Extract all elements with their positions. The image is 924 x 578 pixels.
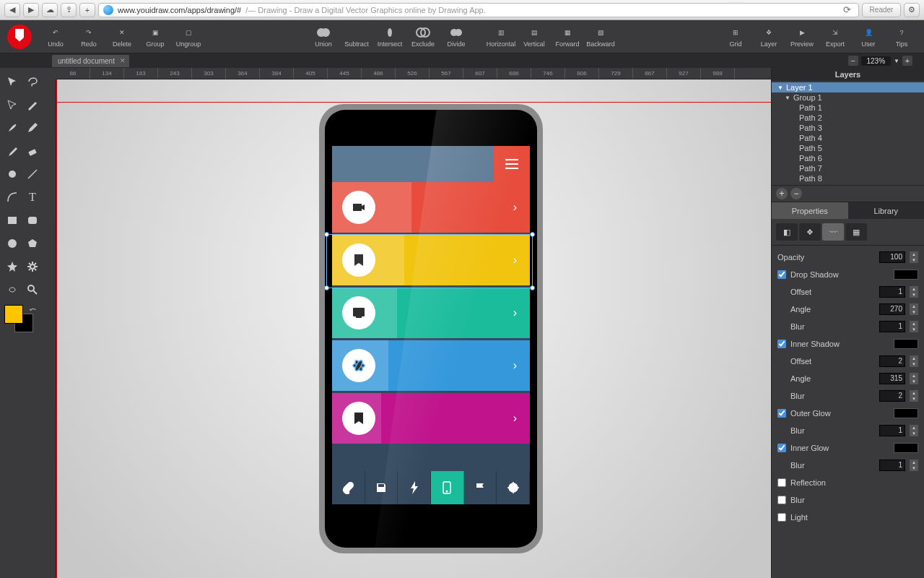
layer-item[interactable]: ▼Group 1 xyxy=(772,92,924,103)
settings-button[interactable]: ⚙ xyxy=(904,3,920,17)
grid-button[interactable]: ⊞Grid xyxy=(720,21,751,53)
tab-properties[interactable]: Properties xyxy=(772,202,848,219)
intersect-button[interactable]: Intersect xyxy=(375,21,405,53)
add-layer-button[interactable]: + xyxy=(776,188,788,199)
layer-item[interactable]: Path 6 xyxy=(772,153,924,163)
eyedropper-tool[interactable] xyxy=(3,140,22,162)
blur-checkbox[interactable] xyxy=(777,496,786,504)
rectangle-tool[interactable] xyxy=(3,210,22,231)
layer-item[interactable]: ▼Layer 1 xyxy=(772,82,924,92)
align-vertical-button[interactable]: ▤Vertical xyxy=(519,21,549,53)
layers-tab-icon[interactable]: ❖ xyxy=(799,223,821,241)
swap-colors-icon[interactable]: ⤺ xyxy=(30,305,36,314)
drop-shadow-checkbox[interactable] xyxy=(777,270,786,279)
drop-shadow-color[interactable] xyxy=(894,269,918,280)
inner-glow-color[interactable] xyxy=(894,443,918,453)
layer-item[interactable]: Path 2 xyxy=(772,113,924,123)
reflection-checkbox[interactable] xyxy=(777,478,786,487)
back-button[interactable]: ◀ xyxy=(4,3,20,17)
zoom-in-button[interactable]: + xyxy=(902,56,912,66)
zoom-dropdown-icon[interactable]: ▼ xyxy=(894,58,899,64)
brush-tool[interactable] xyxy=(3,117,22,139)
text-tool[interactable]: T xyxy=(23,186,42,208)
redo-button[interactable]: ↷Redo xyxy=(74,21,104,53)
layer-tree[interactable]: ▼Layer 1 ▼Group 1 Path 1Path 2Path 3Path… xyxy=(772,81,924,185)
light-checkbox[interactable] xyxy=(777,513,786,522)
layer-item[interactable]: Path 5 xyxy=(772,143,924,153)
share-button[interactable]: ⇪ xyxy=(61,3,77,17)
curve-tool[interactable] xyxy=(3,186,22,208)
user-button[interactable]: 👤User xyxy=(853,21,884,53)
layer-button[interactable]: ❖Layer xyxy=(754,21,784,53)
inner-shadow-color[interactable] xyxy=(894,339,918,349)
layer-item[interactable]: Path 3 xyxy=(772,123,924,133)
opacity-input[interactable]: 100 xyxy=(879,251,905,263)
divide-button[interactable]: Divide xyxy=(441,21,471,53)
star-tool[interactable] xyxy=(3,256,22,277)
rounded-rect-tool[interactable] xyxy=(23,210,42,231)
info-tab-icon[interactable]: ▦ xyxy=(845,223,867,241)
tab-library[interactable]: Library xyxy=(848,202,925,219)
line-tool[interactable] xyxy=(23,163,42,185)
union-button[interactable]: Union xyxy=(308,21,339,53)
outer-glow-checkbox[interactable] xyxy=(777,409,786,418)
fill-swatch[interactable] xyxy=(4,305,23,324)
layer-item[interactable]: Path 4 xyxy=(772,133,924,143)
layer-item[interactable]: Path 7 xyxy=(772,163,924,173)
blob-tool[interactable] xyxy=(3,279,22,301)
is-offset-input[interactable]: 2 xyxy=(879,355,905,367)
og-blur-input[interactable]: 1 xyxy=(879,425,905,436)
ig-blur-input[interactable]: 1 xyxy=(879,460,905,471)
fill-tool[interactable] xyxy=(3,163,22,185)
ungroup-button[interactable]: ▢Ungroup xyxy=(173,21,204,53)
polygon-tool[interactable] xyxy=(23,233,42,254)
direct-select-tool[interactable] xyxy=(3,94,22,116)
zoom-tool[interactable] xyxy=(23,279,42,301)
delete-button[interactable]: ✕Delete xyxy=(107,21,137,53)
tips-button[interactable]: ?Tips xyxy=(886,21,917,53)
reader-button[interactable]: Reader xyxy=(862,3,901,17)
url-field[interactable]: www.youidraw.com/apps/drawing/# /— Drawi… xyxy=(98,3,859,17)
layer-item[interactable]: Path 8 xyxy=(772,173,924,184)
app-logo[interactable] xyxy=(7,25,32,49)
close-tab-icon[interactable]: ✕ xyxy=(120,57,126,64)
spinner-buttons[interactable]: ▲▼ xyxy=(910,251,918,263)
ds-offset-input[interactable]: 1 xyxy=(879,286,905,298)
is-blur-input[interactable]: 2 xyxy=(879,390,905,402)
export-button[interactable]: ⇲Export xyxy=(820,21,850,53)
forward-button[interactable]: ▦Forward xyxy=(552,21,583,53)
exclude-button[interactable]: Exclude xyxy=(408,21,438,53)
canvas[interactable]: 8613418324330336438440544548652656760768… xyxy=(45,68,771,578)
pencil-tool[interactable] xyxy=(23,117,42,139)
reload-icon[interactable]: ⟳ xyxy=(840,4,854,15)
pen-tool[interactable] xyxy=(23,94,42,116)
forward-button[interactable]: ▶ xyxy=(23,3,39,17)
inner-shadow-checkbox[interactable] xyxy=(777,340,786,348)
eraser-tool[interactable] xyxy=(23,140,42,162)
layer-item[interactable]: Path 1 xyxy=(772,103,924,113)
ds-blur-input[interactable]: 1 xyxy=(879,321,905,332)
inner-glow-checkbox[interactable] xyxy=(777,444,786,452)
lasso-tool[interactable] xyxy=(23,71,42,92)
document-tab[interactable]: untitled document✕ xyxy=(52,55,129,67)
ellipse-tool[interactable] xyxy=(3,233,22,254)
fill-tab-icon[interactable]: ◧ xyxy=(776,223,798,241)
preview-button[interactable]: ▶Preview xyxy=(787,21,817,53)
zoom-value[interactable]: 123% xyxy=(861,56,892,66)
zoom-out-button[interactable]: − xyxy=(848,56,858,66)
ds-angle-input[interactable]: 270 xyxy=(879,303,905,315)
is-angle-input[interactable]: 315 xyxy=(879,373,905,384)
icloud-button[interactable]: ☁ xyxy=(42,3,58,17)
undo-button[interactable]: ↶Undo xyxy=(40,21,71,53)
outer-glow-color[interactable] xyxy=(894,408,918,418)
select-tool[interactable] xyxy=(3,71,22,92)
add-button[interactable]: + xyxy=(79,3,95,17)
color-swatches[interactable]: ⤺ xyxy=(3,305,42,329)
effects-tab-icon[interactable]: 〰 xyxy=(822,223,844,241)
gear-tool[interactable] xyxy=(23,256,42,277)
remove-layer-button[interactable]: − xyxy=(790,188,802,199)
backward-button[interactable]: ▧Backward xyxy=(585,21,616,53)
align-horizontal-button[interactable]: ▥Horizontal xyxy=(486,21,516,53)
subtract-button[interactable]: Subtract xyxy=(341,21,372,53)
group-button[interactable]: ▣Group xyxy=(140,21,170,53)
